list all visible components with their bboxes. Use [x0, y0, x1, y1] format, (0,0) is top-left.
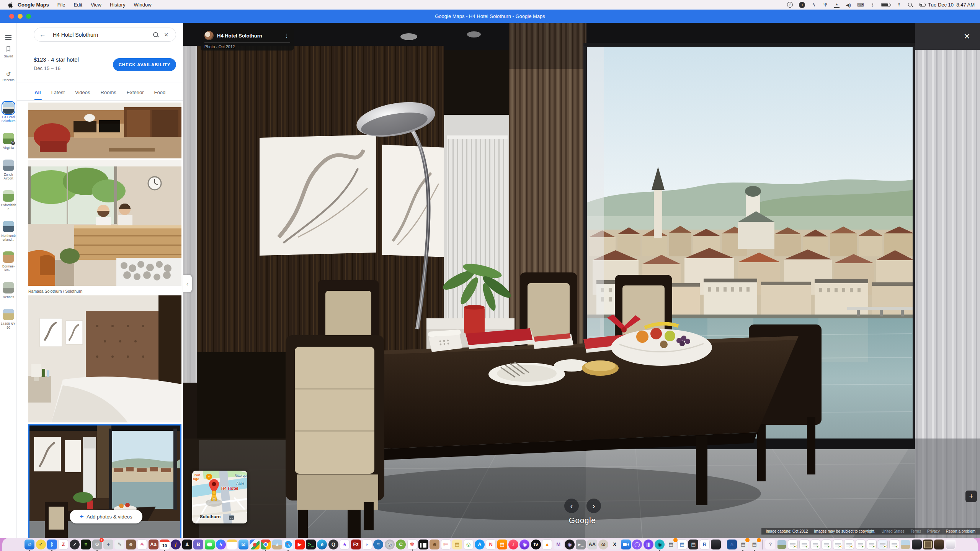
volume-icon[interactable]: ◀) — [846, 2, 851, 8]
dock-shortcuts-icon[interactable]: ✳ — [137, 540, 147, 549]
footer-link-terms[interactable]: Terms — [911, 529, 921, 533]
dock-music-icon[interactable]: ♪ — [508, 540, 518, 549]
sync-status-icon[interactable]: ✓ — [787, 2, 793, 8]
window-title-bar[interactable]: Google Maps - H4 Hotel Solothurn - Googl… — [0, 10, 980, 23]
tab-food[interactable]: Food — [154, 84, 166, 100]
dock-preview-icon[interactable]: ▲ — [272, 540, 282, 549]
dock-finder-icon[interactable]: ☺ — [24, 540, 34, 549]
dock-profile-icon[interactable]: ☻ — [126, 540, 136, 549]
usb-icon[interactable]: Ψ — [823, 2, 828, 8]
dock-sheet-doc-icon[interactable] — [878, 540, 888, 549]
dock-dark-window-icon[interactable] — [912, 540, 922, 549]
sidebar-place-ny90[interactable]: 14408 NY-90 — [0, 309, 17, 329]
dock-safari-icon[interactable] — [283, 540, 293, 549]
dock-font-book-icon[interactable]: AA — [587, 540, 597, 549]
dock-quicktime-icon[interactable]: Q — [328, 540, 338, 549]
dock-contacts-icon[interactable]: ☻ — [430, 540, 439, 549]
dock-list-doc-icon[interactable] — [889, 540, 899, 549]
close-photo-button[interactable]: × — [964, 31, 970, 41]
sidebar-item-recents[interactable]: ↺ Recents — [0, 71, 17, 82]
plus-button[interactable]: + — [965, 491, 977, 502]
sidebar-place-northumberland[interactable]: Northumberland... — [0, 221, 17, 241]
date-range[interactable]: Dec 15 – 16 — [34, 65, 79, 71]
dock-xquartz-icon[interactable]: X — [610, 540, 620, 549]
thumbnail-lounge[interactable] — [28, 103, 181, 158]
dock-firefox-icon[interactable]: ƒ — [171, 540, 181, 549]
dock-media-black-icon[interactable]: ♟ — [182, 540, 192, 549]
hamburger-menu-icon[interactable] — [5, 35, 11, 36]
dock-webcam-icon[interactable]: ◉ — [655, 540, 665, 549]
clear-search-icon[interactable]: × — [164, 32, 170, 38]
dock-printer-dark-icon[interactable]: ▤ — [688, 540, 698, 549]
search-icon[interactable] — [153, 32, 159, 38]
dock-gimp-icon[interactable]: ω — [598, 540, 608, 549]
dock-bbedit-icon[interactable]: B — [193, 540, 203, 549]
tab-exterior[interactable]: Exterior — [127, 84, 144, 100]
eject-icon[interactable]: ▲ — [834, 2, 840, 8]
dock-reminders-icon[interactable]: ≔ — [441, 540, 451, 549]
shortcuts-icon[interactable]: ϟ — [811, 2, 817, 8]
dock-chrome-doc-2-icon[interactable] — [799, 540, 809, 549]
control-center-icon[interactable] — [919, 3, 926, 7]
dock-bluetooth-icon[interactable]: ᛒ — [47, 540, 57, 549]
dock-mail-icon[interactable]: ✉ — [238, 540, 248, 549]
dock-transmit-icon[interactable]: ◗ — [362, 540, 372, 549]
bluetooth-icon[interactable]: ᛒ — [870, 2, 875, 8]
dock-trash-icon[interactable] — [946, 540, 956, 549]
more-options-icon[interactable]: ⋮ — [283, 33, 290, 39]
dock-equalizer-icon[interactable]: ≡ — [81, 540, 91, 549]
dock-dictionary-icon[interactable]: Aa — [149, 540, 158, 549]
sidebar-place-virginia[interactable]: 2Virginia — [0, 133, 17, 150]
sidebar-item-saved[interactable]: Saved — [0, 46, 17, 58]
wifi-icon[interactable]: ↟ — [896, 2, 902, 8]
sidebar-place-h4[interactable]: H4 Hotel Solothurn — [0, 102, 17, 123]
dock-photos-icon[interactable]: ✽ — [407, 540, 417, 549]
dock-chrome-doc-4-icon[interactable] — [822, 540, 831, 549]
dock-loop-icon[interactable]: ◯ — [632, 540, 642, 549]
sidebar-place-oxford[interactable]: Oxfordshire — [0, 190, 17, 211]
dock-chrome-doc-6-icon[interactable] — [844, 540, 854, 549]
check-availability-button[interactable]: CHECK AVAILABILITY — [113, 58, 176, 71]
dock-sketch-icon[interactable]: ✎ — [114, 540, 124, 549]
hotel-room-photo[interactable] — [183, 23, 980, 538]
tab-videos[interactable]: Videos — [75, 84, 90, 100]
sidebar-place-bormes[interactable]: Bormes-les-... — [0, 251, 17, 272]
dock-home-shield-icon[interactable]: ⌂ — [727, 540, 737, 549]
dock-printer-blue-icon[interactable]: ▤ — [677, 540, 687, 549]
dock-ovation-icon[interactable]: ★ — [340, 540, 350, 549]
dock-notes-icon[interactable] — [227, 540, 237, 549]
search-box[interactable]: ← × — [34, 28, 176, 42]
footer-link-privacy[interactable]: Privacy — [927, 529, 940, 533]
tab-rooms[interactable]: Rooms — [101, 84, 116, 100]
tab-latest[interactable]: Latest — [51, 84, 65, 100]
dock-google-chrome-icon[interactable] — [261, 540, 271, 549]
dock-media-window-icon[interactable] — [711, 540, 721, 549]
hotel-avatar[interactable] — [204, 31, 214, 40]
dock-chrome-doc-1-icon[interactable] — [788, 540, 798, 549]
menu-edit[interactable]: Edit — [74, 2, 82, 8]
active-app-name[interactable]: Google Maps — [18, 2, 49, 8]
dock-chrome-doc-8-icon[interactable] — [867, 540, 877, 549]
dock-missing-app-icon[interactable]: ? — [765, 540, 775, 549]
dock-openoffice-icon[interactable]: ≈ — [373, 540, 383, 549]
dock-chrome-doc-3-icon[interactable] — [810, 540, 820, 549]
dock-frame-window-icon[interactable] — [923, 540, 933, 549]
tab-all[interactable]: All — [34, 84, 41, 100]
menu-file[interactable]: File — [57, 2, 65, 8]
dock-app-store-icon[interactable]: A — [475, 540, 485, 549]
dock-textedit-icon[interactable]: ▤ — [452, 540, 462, 549]
thumbnail-reception[interactable] — [28, 160, 181, 286]
zoom-window-button[interactable] — [26, 14, 31, 19]
dock-vlc-icon[interactable]: ▲ — [542, 540, 552, 549]
dock-podcasts-icon[interactable]: ◉ — [519, 540, 529, 549]
battery-icon[interactable] — [881, 3, 890, 7]
sidebar-place-rennes[interactable]: Rennes — [0, 282, 17, 299]
dock-todo-icon[interactable]: ✓ — [36, 540, 46, 549]
media-app-icon[interactable]: ||| — [799, 2, 805, 8]
menu-window[interactable]: Window — [134, 2, 151, 8]
dock-apple-tv-icon[interactable]: tv — [531, 540, 541, 549]
dock-youtube-icon[interactable]: ▶ — [295, 540, 305, 549]
search-input[interactable] — [52, 31, 147, 38]
dock-chrome-doc-5-icon[interactable] — [833, 540, 843, 549]
footer-link-country[interactable]: United States — [882, 529, 905, 533]
